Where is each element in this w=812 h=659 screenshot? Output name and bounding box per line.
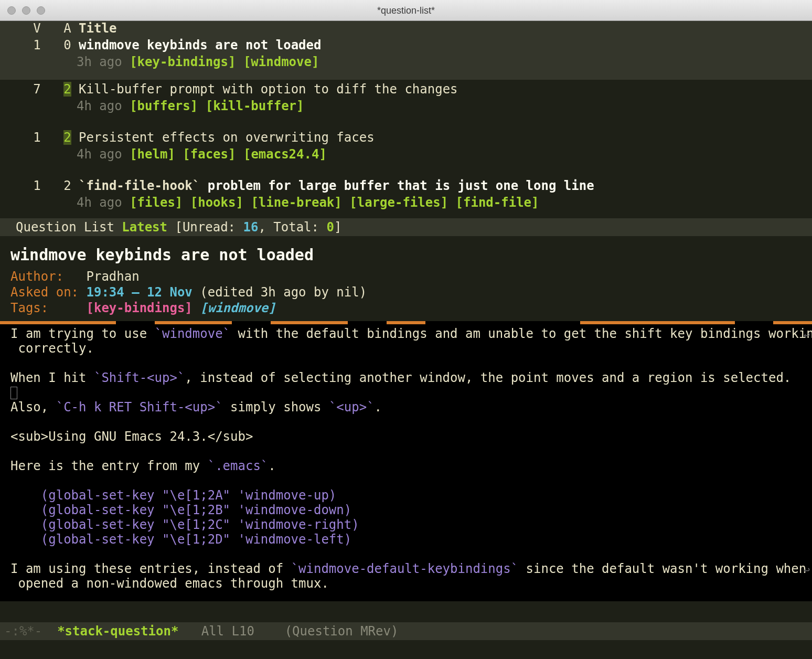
tag[interactable]: [windmove] (243, 55, 319, 69)
question-list-modeline: Question List Latest [Unread: 16, Total:… (0, 218, 812, 236)
asked-edit: (edited 3h ago by nil) (200, 285, 367, 300)
tag[interactable]: [large-files] (349, 195, 448, 210)
votes: 1 (33, 178, 40, 193)
list-item[interactable]: 1 2 `find-file-hook` problem for large b… (0, 176, 812, 193)
answers: 2 (63, 130, 71, 145)
time-ago: 4h ago (77, 99, 122, 113)
question-body[interactable]: ↩ ↪ I am trying to use `windmove` with t… (0, 324, 812, 601)
col-votes: V (33, 21, 40, 36)
modeline-mode: (Question MRev) (285, 624, 399, 639)
list-item-meta: 4h ago [buffers] [kill-buffer] (0, 97, 812, 113)
modeline-mode: Latest (122, 220, 167, 235)
answers: 0 (63, 38, 71, 52)
tag[interactable]: [key-bindings] (87, 301, 193, 315)
unread-count: 16 (243, 220, 259, 235)
body-line: When I hit `Shift-<up>`, instead of sele… (10, 370, 802, 385)
tag[interactable]: [windmove] (200, 301, 276, 315)
col-title: Title (79, 21, 116, 36)
body-line (10, 385, 802, 400)
question-title: `find-file-hook` problem for large buffe… (79, 178, 594, 193)
question-title: Kill-buffer prompt with option to diff t… (79, 82, 457, 97)
modeline-label: Question List (16, 220, 114, 235)
list-header: V A Title (0, 21, 812, 36)
body-line: Also, `C-h k RET Shift-<up>` simply show… (10, 400, 802, 414)
body-line: Here is the entry from my `.emacs`. (10, 459, 802, 473)
list-item-meta: 4h ago [files] [hooks] [line-break] [lar… (0, 193, 812, 210)
votes: 1 (33, 38, 40, 52)
gap (0, 162, 812, 176)
body-line: <sub>Using GNU Emacs 24.3.</sub> (10, 429, 802, 444)
code-line: (global-set-key "\e[1;2A" 'windmove-up) (10, 488, 802, 503)
list-item-meta: 4h ago [helm] [faces] [emacs24.4] (0, 145, 812, 162)
tag[interactable]: [buffers] (130, 99, 198, 113)
traffic-lights (0, 6, 45, 15)
question-title: windmove keybinds are not loaded (79, 38, 321, 52)
modeline-prefix: -:%*- (4, 624, 42, 639)
code-line: (global-set-key "\e[1;2D" 'windmove-left… (10, 532, 802, 547)
gap (0, 113, 812, 128)
tag[interactable]: [find-file] (456, 195, 539, 210)
modeline: -:%*- *stack-question* All L10 (Question… (0, 622, 812, 640)
asked-time: 19:34 – 12 Nov (87, 285, 193, 300)
window-title: *question-list* (0, 3, 812, 18)
time-ago: 3h ago (77, 55, 122, 69)
question-list: 1 0 windmove keybinds are not loaded 3h … (0, 36, 812, 218)
col-answers: A (63, 21, 71, 36)
modeline-position: All L10 (201, 624, 254, 639)
time-ago: 4h ago (77, 147, 122, 162)
list-item[interactable]: 1 2 Persistent effects on overwriting fa… (0, 128, 812, 145)
body-line: opened a non-windowed emacs through tmux… (10, 576, 802, 591)
answers: 2 (63, 82, 71, 97)
body-line (10, 444, 802, 459)
tags-key: Tags: (10, 301, 48, 315)
blank-area (0, 601, 812, 622)
minimize-icon[interactable] (22, 6, 30, 15)
gap (0, 210, 812, 218)
tag[interactable]: [line-break] (251, 195, 341, 210)
body-line: I am trying to use `windmove` with the d… (10, 326, 802, 341)
tag[interactable]: [kill-buffer] (206, 99, 304, 113)
question-title: windmove keybinds are not loaded (10, 246, 802, 269)
body-line (10, 356, 802, 370)
body-line (10, 473, 802, 488)
total-count: 0 (326, 220, 334, 235)
body-line: correctly. (10, 341, 802, 356)
question-header: windmove keybinds are not loaded Author:… (0, 236, 812, 318)
list-item[interactable]: 7 2 Kill-buffer prompt with option to di… (0, 80, 812, 97)
tag[interactable]: [key-bindings] (130, 55, 236, 69)
mac-titlebar: *question-list* (0, 0, 812, 21)
wrap-indicator-icon: ↩ (804, 327, 810, 342)
zoom-icon[interactable] (37, 6, 45, 15)
question-title: Persistent effects on overwriting faces (79, 130, 375, 145)
time-ago: 4h ago (77, 195, 122, 210)
tag[interactable]: [faces] (183, 147, 236, 162)
body-line (10, 547, 802, 561)
tag[interactable]: [files] (130, 195, 183, 210)
tag[interactable]: [emacs24.4] (243, 147, 327, 162)
close-icon[interactable] (7, 6, 16, 15)
tag[interactable]: [helm] (130, 147, 175, 162)
code-line: (global-set-key "\e[1;2B" 'windmove-down… (10, 503, 802, 517)
code-line: (global-set-key "\e[1;2C" 'windmove-righ… (10, 517, 802, 532)
body-line: I am using these entries, instead of `wi… (10, 561, 802, 576)
list-item-meta: 3h ago [key-bindings] [windmove] (0, 52, 812, 69)
author-key: Author: (10, 269, 63, 284)
tag[interactable]: [hooks] (190, 195, 243, 210)
votes: 7 (33, 82, 40, 97)
author-name: Pradhan (87, 269, 140, 284)
votes: 1 (33, 130, 40, 145)
asked-key: Asked on: (10, 285, 79, 300)
buffer-name: *stack-question* (57, 624, 178, 639)
wrap-indicator-icon: ↩ (804, 562, 810, 577)
cursor (10, 387, 17, 399)
gap (0, 69, 812, 80)
list-item[interactable]: 1 0 windmove keybinds are not loaded (0, 36, 812, 52)
answers: 2 (63, 178, 71, 193)
body-line (10, 414, 802, 429)
